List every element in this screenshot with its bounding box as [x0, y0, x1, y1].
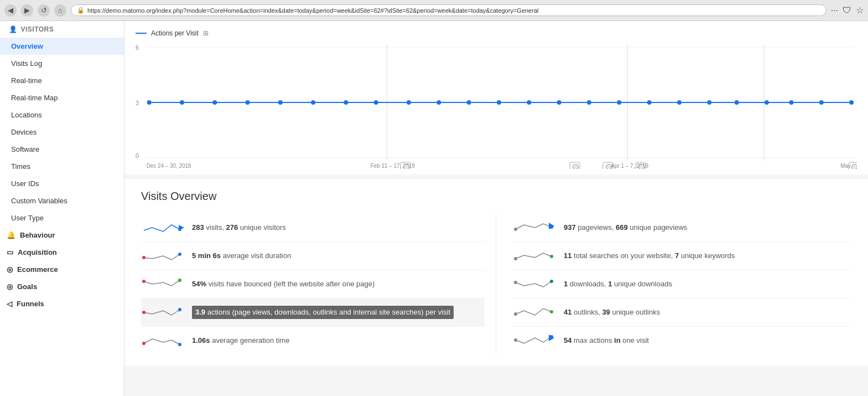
svg-point-66 [514, 338, 517, 342]
sidebar-section-goals[interactable]: ◎ Goals [0, 278, 124, 295]
svg-point-29 [765, 100, 769, 105]
stat-text-visits: 283 visits, 276 unique visitors [192, 223, 286, 233]
stats-grid: 283 visits, 276 unique visitors 5 min 6s… [141, 214, 851, 354]
svg-point-31 [819, 100, 824, 105]
sidebar-item-user-ids[interactable]: User IDs [0, 175, 124, 192]
stat-row-duration: 5 min 6s average visit duration [141, 242, 485, 270]
chart-svg: 6 3 0 [136, 42, 857, 169]
home-button[interactable]: ⌂ [54, 4, 66, 17]
sparkline-downloads [513, 276, 557, 292]
sparkline-bounce [141, 276, 185, 292]
sidebar-item-real-time-label: Real-time [11, 76, 42, 85]
svg-point-16 [374, 100, 378, 105]
acquisition-icon: ▭ [7, 248, 13, 256]
sidebar-item-custom-variables-label: Custom Variables [11, 197, 67, 205]
svg-point-59 [550, 225, 553, 229]
sidebar-section-behaviour[interactable]: 🔔 Behaviour [0, 227, 124, 244]
visits-overview: Visits Overview 283 visits, 276 unique v… [124, 179, 868, 366]
svg-point-56 [178, 343, 181, 346]
chart-export-icon[interactable]: ⊞ [203, 29, 209, 37]
svg-point-64 [514, 312, 517, 316]
svg-text:💬: 💬 [403, 164, 410, 169]
refresh-button[interactable]: ↺ [38, 4, 50, 17]
stat-row-pageviews: 937 pageviews, 669 unique pageviews [513, 214, 851, 242]
chart-container: Actions per Visit ⊞ 6 3 0 [124, 21, 868, 174]
sparkline-outlinks [513, 304, 557, 321]
stat-text-pageviews: 937 pageviews, 669 unique pageviews [564, 223, 687, 233]
svg-point-68 [550, 335, 553, 338]
svg-point-19 [467, 100, 471, 105]
svg-point-20 [497, 100, 501, 105]
svg-text:💬: 💬 [606, 164, 612, 169]
chart-header: Actions per Visit ⊞ [136, 29, 857, 37]
funnels-icon: ◁ [7, 300, 12, 308]
sidebar-section-acquisition[interactable]: ▭ Acquisition [0, 244, 124, 261]
sidebar-item-overview[interactable]: Overview [0, 38, 124, 55]
svg-point-48 [178, 228, 181, 231]
svg-text:💬: 💬 [851, 164, 857, 169]
svg-point-23 [587, 100, 591, 105]
address-bar[interactable]: 🔒 https://demo.matomo.org/index.php?modu… [71, 4, 827, 16]
svg-point-17 [407, 100, 411, 105]
svg-point-50 [178, 253, 181, 256]
sidebar-item-real-time[interactable]: Real-time [0, 72, 124, 89]
sparkline-duration [141, 248, 185, 264]
svg-text:0: 0 [136, 152, 139, 159]
svg-point-60 [514, 257, 517, 260]
svg-point-18 [436, 100, 441, 105]
sidebar-section-ecommerce[interactable]: ◎ Ecommerce [0, 261, 124, 278]
goals-icon: ◎ [7, 282, 13, 291]
sidebar-item-times[interactable]: Times [0, 158, 124, 175]
star-button[interactable]: ☆ [856, 5, 864, 16]
sidebar-item-locations[interactable]: Locations [0, 106, 124, 124]
sidebar-item-devices[interactable]: Devices [0, 124, 124, 141]
sidebar-item-user-type[interactable]: User Type [0, 209, 124, 227]
svg-point-30 [789, 100, 794, 105]
sidebar-item-visits-log[interactable]: Visits Log [0, 55, 124, 72]
chart-area: 6 3 0 [136, 42, 857, 169]
ecommerce-icon: ◎ [7, 265, 13, 274]
stat-row-max-actions: 54 max actions in one visit [513, 327, 851, 354]
sidebar-item-real-time-map-label: Real-time Map [11, 94, 58, 102]
more-button[interactable]: ··· [831, 6, 838, 16]
stat-text-max-actions: 54 max actions in one visit [564, 336, 649, 346]
sidebar-section-funnels[interactable]: ◁ Funnels [0, 295, 124, 312]
svg-point-14 [311, 100, 315, 105]
svg-text:6: 6 [136, 44, 139, 51]
stat-text-gen-time: 1.06s average generation time [192, 336, 289, 346]
sparkline-pageviews [513, 219, 557, 236]
sidebar-item-real-time-map[interactable]: Real-time Map [0, 89, 124, 106]
svg-point-62 [514, 281, 517, 284]
main-content: Actions per Visit ⊞ 6 3 0 [124, 21, 868, 396]
forward-button[interactable]: ▶ [21, 4, 33, 17]
svg-text:Dec 24 – 30, 2018: Dec 24 – 30, 2018 [147, 163, 191, 169]
svg-text:May: May [840, 163, 851, 169]
svg-point-32 [849, 100, 854, 105]
sparkline-gen-time [141, 332, 185, 349]
svg-point-53 [142, 311, 145, 314]
sidebar-item-locations-label: Locations [11, 111, 42, 119]
stat-row-outlinks: 41 outlinks, 39 unique outlinks [513, 299, 851, 327]
security-icon: 🔒 [77, 7, 85, 14]
shield-button[interactable]: 🛡 [843, 6, 851, 16]
svg-text:3: 3 [136, 100, 139, 106]
browser-chrome: ◀ ▶ ↺ ⌂ 🔒 https://demo.matomo.org/index.… [0, 0, 868, 21]
sidebar-section-funnels-label: Funnels [17, 300, 44, 308]
svg-point-57 [514, 228, 517, 231]
sidebar-item-custom-variables[interactable]: Custom Variables [0, 192, 124, 209]
svg-point-24 [617, 100, 621, 105]
visits-overview-title: Visits Overview [141, 190, 851, 203]
back-button[interactable]: ◀ [4, 4, 17, 17]
svg-point-21 [527, 100, 531, 105]
stat-row-visits: 283 visits, 276 unique visitors [141, 214, 485, 242]
stat-row-gen-time: 1.06s average generation time [141, 327, 485, 354]
sidebar-section-behaviour-label: Behaviour [20, 231, 55, 239]
sidebar-item-software[interactable]: Software [0, 141, 124, 158]
svg-text:💬: 💬 [638, 164, 645, 169]
svg-point-13 [278, 100, 283, 105]
url-text: https://demo.matomo.org/index.php?module… [87, 7, 538, 14]
chart-title: Actions per Visit [151, 29, 199, 37]
svg-point-27 [707, 100, 711, 105]
chart-legend-line [136, 33, 147, 34]
svg-point-10 [180, 100, 184, 105]
